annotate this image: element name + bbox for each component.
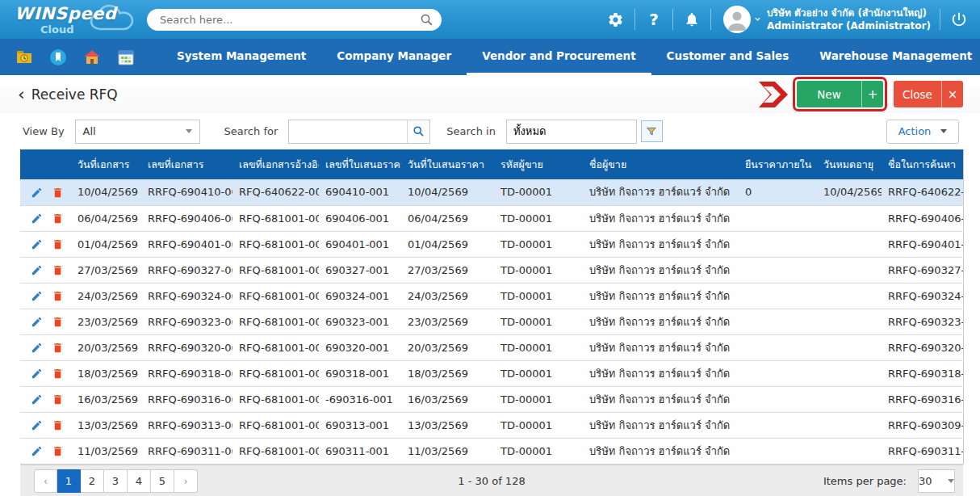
col-price-valid[interactable]: ยืนราคาภายใน (739, 149, 817, 179)
nav-item-system-management[interactable]: System Management (161, 39, 321, 75)
page-button-2[interactable]: 2 (81, 469, 104, 493)
edit-pencil-icon[interactable] (31, 212, 48, 225)
bookmark-icon[interactable] (48, 48, 68, 67)
col-vendor-code[interactable]: รหัสผู้ขาย (494, 149, 583, 179)
nav-item-warehouse-management[interactable]: Warehouse Management (804, 39, 980, 75)
annotation-highlight-box: New + (793, 77, 887, 111)
table-row[interactable]: 13/03/2569 RRFQ-690313-001 RFQ-681001-00… (20, 412, 963, 438)
prev-page-button[interactable]: ‹ (34, 469, 57, 493)
cell-ref-doc-no: RFQ-681001-002 (232, 283, 319, 309)
global-search-input[interactable] (160, 14, 420, 26)
table-row[interactable]: 11/03/2569 RRFQ-690311-001 RFQ-681001-00… (20, 438, 963, 464)
table-row[interactable]: 23/03/2569 RRFQ-690323-001 RFQ-681001-00… (20, 309, 963, 334)
edit-pencil-icon[interactable] (31, 187, 48, 199)
edit-pencil-icon[interactable] (31, 419, 48, 431)
cell-price-valid (739, 438, 817, 464)
close-button[interactable]: Close × (894, 81, 963, 107)
search-in-input[interactable] (507, 120, 636, 143)
items-per-page-select[interactable]: 30 (918, 469, 955, 493)
cell-vendor-name: บริษัท กิจถาวร ฮาร์ดแวร์ จำกัด (583, 283, 739, 309)
col-search-name[interactable]: ชื่อในการค้นหา (882, 149, 963, 179)
col-quotation-date[interactable]: วันที่ใบเสนอราคา (401, 149, 494, 179)
notifications-bell-icon[interactable] (682, 10, 701, 29)
delete-trash-icon[interactable] (52, 393, 69, 406)
page-button-1[interactable]: 1 (57, 469, 81, 493)
page-button-5[interactable]: 5 (151, 469, 174, 493)
filter-funnel-button[interactable] (641, 120, 663, 142)
row-actions (20, 412, 71, 438)
row-actions (20, 283, 71, 309)
edit-pencil-icon[interactable] (31, 445, 48, 457)
col-quotation-no[interactable]: เลขที่ใบเสนอราคา (319, 149, 401, 179)
delete-trash-icon[interactable] (52, 368, 69, 380)
header-actions: ? บริษัท ตัวอย่าง จำกัด (สำนักงานใหญ่) A… (606, 6, 969, 33)
table-row[interactable]: 18/03/2569 RRFQ-690318-001 RFQ-681001-00… (20, 360, 963, 386)
delete-trash-icon[interactable] (52, 238, 69, 250)
edit-pencil-icon[interactable] (31, 393, 48, 406)
calendar-icon[interactable] (116, 48, 136, 67)
recent-folder-icon[interactable] (15, 48, 34, 67)
delete-trash-icon[interactable] (52, 419, 69, 431)
home-icon[interactable] (82, 48, 102, 67)
table-row[interactable]: 10/04/2569 RRFQ-690410-001 RFQ-640622-00… (20, 179, 963, 205)
nav-item-vendor-and-procurement[interactable]: Vendor and Procurement (467, 39, 651, 75)
close-x-icon[interactable]: × (941, 81, 963, 107)
view-by-select[interactable]: All (75, 120, 200, 144)
close-button-label: Close (894, 81, 941, 107)
page-button-4[interactable]: 4 (128, 469, 151, 493)
edit-pencil-icon[interactable] (31, 368, 48, 380)
col-vendor-name[interactable]: ชื่อผู้ขาย (583, 149, 739, 179)
table-row[interactable]: 06/04/2569 RRFQ-690406-001 RFQ-681001-00… (20, 205, 963, 231)
cell-vendor-code: TD-00001 (494, 412, 583, 438)
cell-doc-date: 24/03/2569 (71, 283, 141, 309)
settings-gear-icon[interactable] (606, 10, 626, 29)
cell-quotation-no: 690313-001 (319, 412, 401, 438)
table-row[interactable]: 20/03/2569 RRFQ-690320-001 RFQ-681001-00… (20, 334, 963, 360)
delete-trash-icon[interactable] (52, 187, 69, 199)
col-doc-no[interactable]: เลขที่เอกสาร (141, 149, 232, 179)
search-icon[interactable] (420, 13, 433, 27)
table-row[interactable]: 27/03/2569 RRFQ-690327-001 RFQ-681001-00… (20, 257, 963, 283)
logout-power-icon[interactable] (949, 10, 969, 29)
delete-trash-icon[interactable] (52, 212, 69, 225)
app-logo[interactable]: WINSpeed Cloud (11, 2, 132, 37)
edit-pencil-icon[interactable] (31, 264, 48, 276)
next-page-button[interactable]: › (174, 469, 198, 493)
col-expiry-date[interactable]: วันหมดอายุ (817, 149, 882, 179)
chevron-down-icon[interactable] (753, 14, 762, 26)
nav-item-customer-and-sales[interactable]: Customer and Sales (651, 39, 805, 75)
nav-item-company-manager[interactable]: Company Manager (321, 39, 467, 75)
cell-price-valid (739, 283, 817, 309)
main-nav: System Management Company Manager Vendor… (0, 39, 980, 75)
action-button[interactable]: Action (886, 120, 959, 144)
new-plus-icon[interactable]: + (861, 81, 883, 107)
cell-vendor-code: TD-00001 (494, 360, 583, 386)
row-actions (20, 179, 71, 205)
global-search[interactable] (147, 9, 442, 31)
delete-trash-icon[interactable] (52, 290, 69, 302)
col-ref-doc-no[interactable]: เลขที่เอกสารอ้างอิง (232, 149, 319, 179)
table-row[interactable]: 01/04/2569 RRFQ-690401-001 RFQ-681001-00… (20, 231, 963, 257)
edit-pencil-icon[interactable] (31, 342, 48, 354)
edit-pencil-icon[interactable] (31, 316, 48, 328)
delete-trash-icon[interactable] (52, 445, 69, 457)
back-chevron-icon[interactable]: ‹ (18, 86, 25, 103)
user-avatar[interactable] (723, 6, 751, 33)
col-doc-date[interactable]: วันที่เอกสาร (71, 149, 141, 179)
new-button[interactable]: New + (797, 81, 883, 107)
edit-pencil-icon[interactable] (31, 238, 48, 250)
delete-trash-icon[interactable] (52, 316, 69, 328)
company-user-info[interactable]: บริษัท ตัวอย่าง จำกัด (สำนักงานใหญ่) Adm… (767, 6, 931, 32)
table-row[interactable]: 24/03/2569 RRFQ-690324-001 RFQ-681001-00… (20, 283, 963, 309)
search-for-input[interactable] (289, 120, 407, 143)
cell-vendor-name: บริษัท กิจถาวร ฮาร์ดแวร์ จำกัด (583, 179, 739, 205)
search-for-button[interactable] (407, 120, 429, 143)
items-per-page-label: Items per page: (823, 475, 907, 487)
delete-trash-icon[interactable] (52, 264, 69, 276)
cell-expiry-date: 10/04/2569 (817, 179, 882, 205)
help-icon[interactable]: ? (644, 10, 664, 29)
delete-trash-icon[interactable] (52, 342, 69, 354)
page-button-3[interactable]: 3 (104, 469, 128, 493)
edit-pencil-icon[interactable] (31, 290, 48, 302)
table-row[interactable]: 16/03/2569 RRFQ-690316-001 RFQ-681001-00… (20, 386, 963, 412)
